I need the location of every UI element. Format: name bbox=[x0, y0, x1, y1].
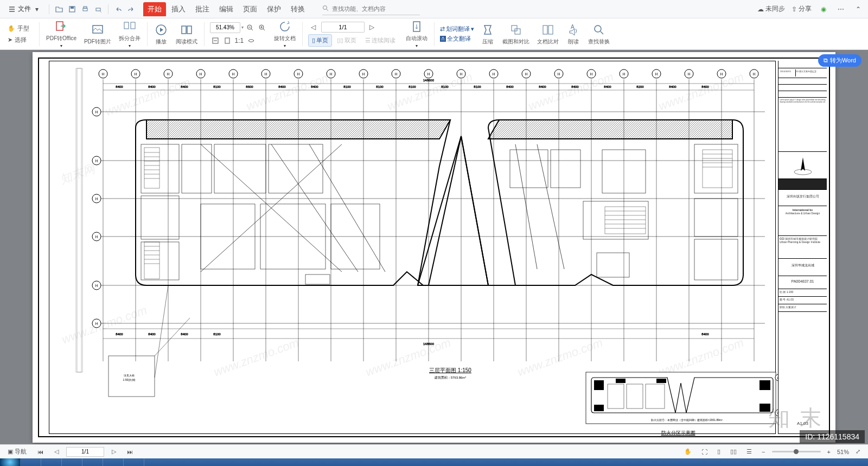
hand-tool[interactable]: ✋手型 bbox=[5, 23, 31, 34]
hand-mode-icon[interactable]: ✋ bbox=[681, 447, 695, 456]
find-replace[interactable]: 查找替换 bbox=[585, 23, 613, 46]
svg-rect-184 bbox=[594, 380, 604, 390]
more-icon[interactable]: ⋯ bbox=[835, 4, 846, 15]
svg-rect-54 bbox=[182, 144, 212, 193]
unsync-link[interactable]: ☁未同步 bbox=[757, 4, 785, 14]
layout1-icon[interactable]: ▯ bbox=[714, 447, 724, 456]
zoom-input[interactable] bbox=[210, 22, 240, 33]
fit-icon[interactable]: ⛶ bbox=[698, 448, 711, 456]
first-page-icon[interactable]: ⏮ bbox=[34, 448, 47, 456]
save-icon[interactable] bbox=[67, 4, 78, 15]
next-page-icon[interactable]: ▷ bbox=[108, 447, 119, 456]
status-page-input[interactable] bbox=[66, 447, 104, 457]
page-controls: ◁ ▷ bbox=[308, 22, 399, 33]
taskbar-item[interactable] bbox=[62, 458, 82, 466]
document-workspace[interactable]: ⧉ 转为Word 知末网 www.znzmo.com www.znzmo.com… bbox=[0, 50, 868, 444]
taskbar-item[interactable] bbox=[124, 458, 144, 466]
continuous-btn[interactable]: ☰连续阅读 bbox=[361, 34, 399, 47]
zoom-in-icon[interactable] bbox=[257, 22, 267, 33]
auto-scroll[interactable]: 自动滚动▾ bbox=[403, 20, 431, 48]
redo-icon[interactable] bbox=[126, 4, 137, 15]
search-input[interactable] bbox=[322, 3, 420, 15]
word-translate[interactable]: ⇄划词翻译 ▾ bbox=[440, 25, 474, 33]
pdf-to-image[interactable]: PDF转图片 bbox=[81, 23, 114, 46]
zoom-out-icon[interactable] bbox=[245, 22, 256, 33]
svg-text:H: H bbox=[492, 72, 495, 76]
full-translate[interactable]: 🅰全文翻译 bbox=[440, 35, 474, 43]
tab-edit[interactable]: 编辑 bbox=[215, 2, 238, 16]
single-page-icon: ▯ bbox=[312, 37, 315, 44]
svg-text:H: H bbox=[95, 110, 98, 114]
layout2-icon[interactable]: ▯▯ bbox=[727, 447, 740, 456]
select-tool[interactable]: ➤选择 bbox=[5, 35, 31, 45]
svg-rect-14 bbox=[225, 38, 229, 43]
compress[interactable]: 压缩 bbox=[477, 23, 498, 46]
read-mode[interactable]: 阅读模式 bbox=[173, 23, 201, 46]
os-taskbar[interactable] bbox=[0, 458, 868, 466]
svg-text:H: H bbox=[95, 322, 98, 325]
layout3-icon[interactable]: ☰ bbox=[743, 447, 755, 456]
actual-size-icon[interactable]: 1:1 bbox=[234, 35, 245, 46]
svg-text:H: H bbox=[199, 72, 202, 76]
page-input[interactable] bbox=[321, 22, 365, 33]
play-button[interactable]: 播放 bbox=[151, 23, 171, 46]
double-page-btn[interactable]: ▯▯双页 bbox=[333, 34, 360, 47]
collapse-ribbon-icon[interactable]: ⌃ bbox=[853, 4, 864, 15]
taskbar-item[interactable] bbox=[103, 458, 124, 466]
undo-icon[interactable] bbox=[113, 4, 124, 15]
tab-annotate[interactable]: 批注 bbox=[191, 2, 214, 16]
svg-text:H: H bbox=[687, 72, 690, 76]
zoom-in-btn[interactable]: + bbox=[824, 448, 834, 456]
quickprint-icon[interactable] bbox=[93, 4, 104, 15]
tab-page[interactable]: 页面 bbox=[239, 2, 261, 16]
last-page-icon[interactable]: ⏭ bbox=[124, 448, 136, 456]
svg-line-179 bbox=[155, 318, 190, 356]
prev-page-icon[interactable]: ◁ bbox=[308, 22, 319, 33]
share-link[interactable]: ⇪分享 bbox=[792, 4, 812, 14]
svg-text:H: H bbox=[394, 72, 397, 76]
next-page-icon[interactable]: ▷ bbox=[367, 22, 378, 33]
taskbar-item[interactable] bbox=[82, 458, 103, 466]
crop-compare[interactable]: 截图和对比 bbox=[499, 23, 533, 46]
tab-insert[interactable]: 插入 bbox=[167, 2, 190, 16]
svg-text:H: H bbox=[752, 72, 755, 76]
svg-text:H: H bbox=[329, 72, 332, 76]
svg-rect-83 bbox=[605, 207, 646, 234]
svg-text:H: H bbox=[720, 72, 723, 76]
doc-compare[interactable]: 文档比对 bbox=[534, 23, 562, 46]
rotate-doc[interactable]: 旋转文档▾ bbox=[271, 20, 299, 48]
split-merge[interactable]: 拆分合并▾ bbox=[116, 20, 144, 48]
tab-convert[interactable]: 转换 bbox=[286, 2, 309, 16]
prev-page-icon[interactable]: ◁ bbox=[51, 447, 62, 456]
svg-text:H: H bbox=[95, 235, 98, 239]
taskbar-item[interactable] bbox=[0, 458, 21, 466]
read-aloud[interactable]: A朗读 bbox=[563, 23, 584, 46]
fit-visible-icon[interactable] bbox=[246, 35, 257, 46]
pdf-to-office[interactable]: PDF转Office▾ bbox=[43, 20, 80, 48]
single-page-btn[interactable]: ▯单页 bbox=[308, 34, 332, 47]
compare-icon bbox=[541, 23, 555, 37]
zoom-out-btn[interactable]: − bbox=[758, 448, 768, 456]
wechat-icon[interactable]: ◉ bbox=[818, 4, 829, 15]
nav-toggle[interactable]: ▣导航 bbox=[4, 446, 30, 457]
print-icon[interactable] bbox=[80, 4, 91, 15]
file-menu[interactable]: 文件 ▾ bbox=[4, 2, 44, 16]
convert-word-badge[interactable]: ⧉ 转为Word bbox=[818, 54, 861, 67]
taskbar-item[interactable] bbox=[21, 458, 41, 466]
taskbar-item[interactable] bbox=[41, 458, 62, 466]
svg-text:8100: 8100 bbox=[343, 85, 351, 88]
fullscreen-icon[interactable]: ⤢ bbox=[852, 447, 864, 456]
slider-thumb[interactable] bbox=[794, 449, 799, 454]
open-icon[interactable] bbox=[54, 4, 65, 15]
fit-width-icon[interactable] bbox=[210, 35, 221, 46]
separator bbox=[204, 22, 205, 46]
tab-protect[interactable]: 保护 bbox=[263, 2, 285, 16]
crop-icon bbox=[509, 23, 523, 37]
svg-rect-188 bbox=[760, 380, 770, 390]
fit-page-icon[interactable] bbox=[222, 35, 233, 46]
svg-rect-81 bbox=[694, 239, 738, 280]
svg-text:8100: 8100 bbox=[213, 333, 221, 336]
svg-rect-69 bbox=[144, 242, 159, 279]
zoom-slider[interactable] bbox=[772, 451, 821, 452]
tab-start[interactable]: 开始 bbox=[143, 2, 166, 16]
